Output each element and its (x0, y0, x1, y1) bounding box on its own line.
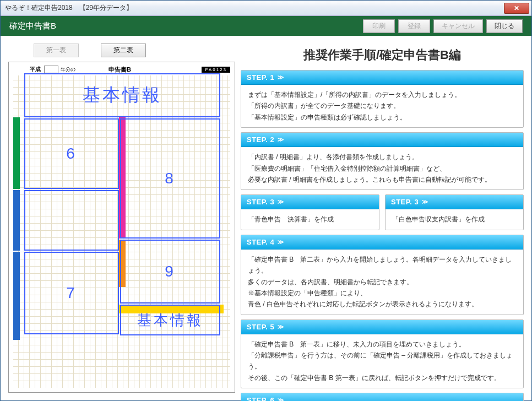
step-1-body: まずは「基本情報設定」/「所得の内訳書」のデータを入力しましょう。 「所得の内訳… (241, 85, 523, 127)
close-icon: ✕ (514, 4, 519, 12)
tab-sheet1[interactable]: 第一表 (34, 44, 79, 57)
form-year-suffix: 年分の (61, 66, 75, 73)
cancel-button[interactable]: キャンセル (433, 19, 483, 33)
step-4-body: 「確定申告書 B 第二表」から入力を開始しましょう。各明細データを入力していきま… (241, 250, 523, 315)
step-2: STEP. 2 ≫ 「内訳書 / 明細書」より、各添付書類を作成しましょう。 「… (241, 132, 524, 190)
tab-sheet2[interactable]: 第二表 (101, 44, 146, 57)
step-1-line2: 「所得の内訳書」が全てのデータ基礎になります。 (248, 100, 517, 111)
step-3b: STEP. 3 ≫ 「白色申告収支内訳書」を作成 (385, 194, 524, 230)
chevron-right-icon: ≫ (278, 136, 283, 143)
step-3a: STEP. 3 ≫ 「青色申告 決算書」を作成 (241, 194, 379, 230)
chevron-right-icon: ≫ (278, 323, 283, 330)
main-heading: 推奨作業手順/確定申告書B編 (241, 44, 524, 66)
form-era: 平成 (30, 66, 41, 73)
window: やるぞ！確定申告2018 【29年分データ】 ✕ 確定申告書B 印刷 登録 キャ… (0, 0, 532, 401)
step-2-label: STEP. 2 (247, 136, 274, 144)
step-4-line3: ※基本情報設定の「申告種類」により、 (248, 288, 517, 299)
step-6-label: STEP. 6 (247, 396, 274, 401)
strip-other (119, 240, 126, 287)
step-2-line3: 必要な内訳書 / 明細書を作成しましょう。これらも申告書に自動転記が可能です。 (248, 174, 517, 185)
step-3a-label: STEP. 3 (247, 198, 274, 206)
step-4-header[interactable]: STEP. 4 ≫ (241, 235, 523, 250)
step-3b-body: 「白色申告収支内訳書」を作成 (386, 209, 523, 229)
step-5-line3: その後、この「確定申告書 B 第一表」に戻れば、転記ボタンを押すだけで完成です。 (248, 372, 517, 383)
form-code: FA0123 (202, 67, 230, 73)
chevron-right-icon: ≫ (278, 397, 283, 401)
chevron-right-icon: ≫ (278, 198, 283, 205)
step-1-header[interactable]: STEP. 1 ≫ (241, 71, 523, 85)
step-5-label: STEP. 5 (247, 323, 274, 331)
step-3a-header[interactable]: STEP. 3 ≫ (241, 195, 379, 209)
chevron-right-icon: ≫ (278, 239, 283, 246)
step-2-body: 「内訳書 / 明細書」より、各添付書類を作成しましょう。 「医療費の明細書」「住… (241, 147, 523, 189)
step-5-line2: 「分離課税申告」を行う方は、その前に「確定申告 – 分離課税用」を作成しておきま… (248, 350, 517, 372)
strip-shotoku (13, 190, 20, 251)
step-6-header[interactable]: STEP. 6 ≫ (241, 393, 523, 401)
step-5: STEP. 5 ≫ 「確定申告書 B 第一表」に移り、未入力の項目を埋めていきま… (241, 319, 524, 389)
step-5-line1: 「確定申告書 B 第一表」に移り、未入力の項目を埋めていきましょう。 (248, 339, 517, 350)
close-button[interactable]: 閉じる (486, 19, 523, 33)
step-1-line3: 「基本情報設定」の申告種類は必ず確認しましょう。 (248, 112, 517, 123)
step-4-line1: 「確定申告書 B 第二表」から入力を開始しましょう。各明細データを入力していきま… (248, 254, 517, 277)
window-close-button[interactable]: ✕ (504, 3, 529, 14)
form-name: 申告書B (108, 66, 131, 74)
right-pane: 推奨作業手順/確定申告書B編 STEP. 1 ≫ まずは「基本情報設定」/「所得… (241, 44, 524, 393)
toolbar: 確定申告書B 印刷 登録 キャンセル 閉じる (1, 16, 531, 36)
form-year-box (44, 66, 58, 73)
step-4-line2: 多くのデータは、各内訳書、明細書から転記できます。 (248, 277, 517, 288)
step-1: STEP. 1 ≫ まずは「基本情報設定」/「所得の内訳書」のデータを入力しまし… (241, 70, 524, 128)
strip-deduct (13, 252, 20, 340)
strip-tax (119, 117, 126, 239)
step-3b-header[interactable]: STEP. 3 ≫ (386, 195, 523, 209)
step-3-row: STEP. 3 ≫ 「青色申告 決算書」を作成 STEP. 3 ≫ 「白色申告収… (241, 194, 524, 230)
form-preview[interactable]: 平成 年分の 申告書B FA0123 基本情報 6 8 7 9 基本情報 (8, 62, 235, 393)
titlebar: やるぞ！確定申告2018 【29年分データ】 ✕ (1, 1, 531, 16)
step-2-line2: 「医療費の明細書」「住宅借入金特別控除額の計算明細書」など、 (248, 163, 517, 174)
step-1-label: STEP. 1 (247, 73, 274, 82)
print-button[interactable]: 印刷 (363, 19, 395, 33)
strip-yellow (119, 305, 224, 313)
step-4: STEP. 4 ≫ 「確定申告書 B 第二表」から入力を開始しましょう。各明細デ… (241, 235, 524, 315)
window-title: やるぞ！確定申告2018 【29年分データ】 (3, 3, 504, 13)
strip-income (13, 117, 20, 189)
step-3a-body: 「青色申告 決算書」を作成 (241, 209, 379, 229)
step-6: STEP. 6 ≫ 後は残った項目を埋めて印刷すれば完成！ (241, 393, 524, 401)
form-header: 平成 年分の 申告書B FA0123 (13, 64, 230, 74)
tabs: 第一表 第二表 (8, 44, 235, 62)
step-4-line4: 青色 / 白色申告それぞれに対応した転記ボタンが表示されるようになります。 (248, 299, 517, 310)
step-5-header[interactable]: STEP. 5 ≫ (241, 320, 523, 334)
step-4-label: STEP. 4 (247, 238, 274, 246)
step-3b-label: STEP. 3 (391, 198, 419, 206)
content: 第一表 第二表 平成 年分の 申告書B FA0123 基本情報 (1, 36, 531, 400)
step-2-header[interactable]: STEP. 2 ≫ (241, 133, 523, 147)
step-2-line1: 「内訳書 / 明細書」より、各添付書類を作成しましょう。 (248, 151, 517, 162)
left-pane: 第一表 第二表 平成 年分の 申告書B FA0123 基本情報 (8, 44, 235, 393)
step-5-body: 「確定申告書 B 第一表」に移り、未入力の項目を埋めていきましょう。 「分離課税… (241, 334, 523, 388)
step-1-line1: まずは「基本情報設定」/「所得の内訳書」のデータを入力しましょう。 (248, 89, 517, 100)
chevron-right-icon: ≫ (278, 74, 283, 81)
register-button[interactable]: 登録 (398, 19, 430, 33)
chevron-right-icon: ≫ (422, 198, 427, 205)
page-title: 確定申告書B (9, 21, 360, 31)
